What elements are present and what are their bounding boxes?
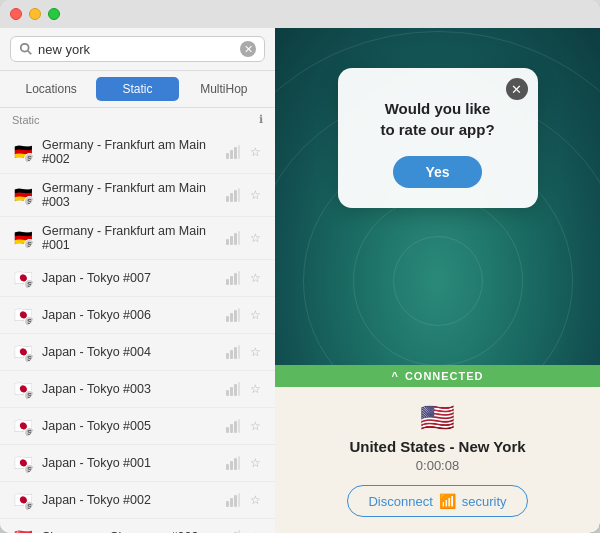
svg-rect-8 — [234, 190, 237, 202]
signal-icon — [225, 144, 241, 160]
star-icon[interactable]: ☆ — [247, 144, 263, 160]
info-icon[interactable]: ℹ — [259, 113, 263, 126]
star-icon[interactable]: ☆ — [247, 187, 263, 203]
svg-rect-14 — [226, 279, 229, 285]
search-input[interactable] — [38, 42, 240, 57]
svg-rect-4 — [234, 147, 237, 159]
server-actions: ☆ — [225, 344, 263, 360]
rating-modal: ✕ Would you liketo rate our app? Yes — [338, 68, 538, 208]
list-item[interactable]: 🇯🇵 S Japan - Tokyo #006 ☆ — [0, 297, 275, 334]
server-list: 🇩🇪 S Germany - Frankfurt am Main #002 ☆ … — [0, 131, 275, 533]
svg-point-0 — [21, 44, 29, 52]
maximize-button[interactable] — [48, 8, 60, 20]
list-item[interactable]: 🇯🇵 S Japan - Tokyo #007 ☆ — [0, 260, 275, 297]
server-flag: 🇯🇵 S — [12, 341, 34, 363]
svg-rect-28 — [234, 384, 237, 396]
svg-rect-3 — [230, 150, 233, 159]
svg-rect-2 — [226, 153, 229, 159]
server-name: Japan - Tokyo #003 — [42, 382, 225, 396]
connection-card-wrap: ^ CONNECTED 🇺🇸 United States - New York … — [275, 365, 600, 533]
signal-icon — [225, 455, 241, 471]
server-flag: 🇯🇵 S — [12, 378, 34, 400]
svg-rect-33 — [238, 419, 240, 433]
connection-location: United States - New York — [295, 438, 580, 455]
server-badge: S — [24, 316, 34, 326]
star-icon[interactable]: ☆ — [247, 529, 263, 533]
server-name: Japan - Tokyo #002 — [42, 493, 225, 507]
signal-icon — [225, 492, 241, 508]
list-item[interactable]: 🇯🇵 S Japan - Tokyo #005 ☆ — [0, 408, 275, 445]
svg-rect-37 — [238, 456, 240, 470]
list-item[interactable]: 🇸🇬 S Singapore - Singapore #003 ☆ — [0, 519, 275, 533]
server-actions: ☆ — [225, 230, 263, 246]
tab-multihop[interactable]: MultiHop — [183, 77, 265, 101]
security-label: security — [462, 494, 507, 509]
signal-icon — [225, 307, 241, 323]
svg-rect-38 — [226, 501, 229, 507]
svg-rect-20 — [234, 310, 237, 322]
svg-rect-27 — [230, 387, 233, 396]
server-actions: ☆ — [225, 418, 263, 434]
star-icon[interactable]: ☆ — [247, 307, 263, 323]
svg-rect-6 — [226, 196, 229, 202]
list-item[interactable]: 🇯🇵 S Japan - Tokyo #002 ☆ — [0, 482, 275, 519]
list-item[interactable]: 🇩🇪 S Germany - Frankfurt am Main #001 ☆ — [0, 217, 275, 260]
star-icon[interactable]: ☆ — [247, 344, 263, 360]
star-icon[interactable]: ☆ — [247, 381, 263, 397]
svg-rect-9 — [238, 188, 240, 202]
server-flag: 🇯🇵 S — [12, 304, 34, 326]
svg-rect-16 — [234, 273, 237, 285]
server-name: Japan - Tokyo #007 — [42, 271, 225, 285]
svg-rect-17 — [238, 271, 240, 285]
list-item[interactable]: 🇯🇵 S Japan - Tokyo #003 ☆ — [0, 371, 275, 408]
server-flag: 🇯🇵 S — [12, 452, 34, 474]
modal-yes-button[interactable]: Yes — [393, 156, 481, 188]
connection-flag: 🇺🇸 — [295, 401, 580, 434]
close-button[interactable] — [10, 8, 22, 20]
signal-icon — [225, 187, 241, 203]
server-actions: ☆ — [225, 381, 263, 397]
signal-icon — [225, 270, 241, 286]
star-icon[interactable]: ☆ — [247, 455, 263, 471]
server-badge: S — [24, 390, 34, 400]
disconnect-button[interactable]: Disconnect 📶 security — [347, 485, 527, 517]
search-clear-button[interactable]: ✕ — [240, 41, 256, 57]
star-icon[interactable]: ☆ — [247, 270, 263, 286]
server-badge: S — [24, 153, 34, 163]
svg-rect-40 — [234, 495, 237, 507]
star-icon[interactable]: ☆ — [247, 418, 263, 434]
server-badge: S — [24, 427, 34, 437]
svg-rect-21 — [238, 308, 240, 322]
server-name: Germany - Frankfurt am Main #002 — [42, 138, 225, 166]
minimize-button[interactable] — [29, 8, 41, 20]
disconnect-icon: 📶 — [439, 493, 456, 509]
server-badge: S — [24, 464, 34, 474]
list-item[interactable]: 🇩🇪 S Germany - Frankfurt am Main #002 ☆ — [0, 131, 275, 174]
tab-static[interactable]: Static — [96, 77, 178, 101]
svg-rect-7 — [230, 193, 233, 202]
server-name: Japan - Tokyo #006 — [42, 308, 225, 322]
tab-bar: Locations Static MultiHop — [0, 71, 275, 108]
server-actions: ☆ — [225, 492, 263, 508]
star-icon[interactable]: ☆ — [247, 230, 263, 246]
list-item[interactable]: 🇯🇵 S Japan - Tokyo #004 ☆ — [0, 334, 275, 371]
svg-rect-32 — [234, 421, 237, 433]
list-item[interactable]: 🇯🇵 S Japan - Tokyo #001 ☆ — [0, 445, 275, 482]
svg-rect-10 — [226, 239, 229, 245]
section-header: Static ℹ — [0, 108, 275, 131]
server-name: Germany - Frankfurt am Main #001 — [42, 224, 225, 252]
connected-chevron: ^ — [391, 370, 398, 382]
tab-locations[interactable]: Locations — [10, 77, 92, 101]
svg-line-1 — [28, 51, 32, 55]
title-bar — [0, 0, 600, 28]
server-actions: ☆ — [225, 144, 263, 160]
list-item[interactable]: 🇩🇪 S Germany - Frankfurt am Main #003 ☆ — [0, 174, 275, 217]
server-actions: ☆ — [225, 187, 263, 203]
app-window: ✕ Locations Static MultiHop Static ℹ 🇩🇪 … — [0, 0, 600, 533]
svg-rect-12 — [234, 233, 237, 245]
svg-rect-13 — [238, 231, 240, 245]
star-icon[interactable]: ☆ — [247, 492, 263, 508]
modal-close-button[interactable]: ✕ — [506, 78, 528, 100]
search-bar: ✕ — [0, 28, 275, 71]
server-name: Japan - Tokyo #004 — [42, 345, 225, 359]
